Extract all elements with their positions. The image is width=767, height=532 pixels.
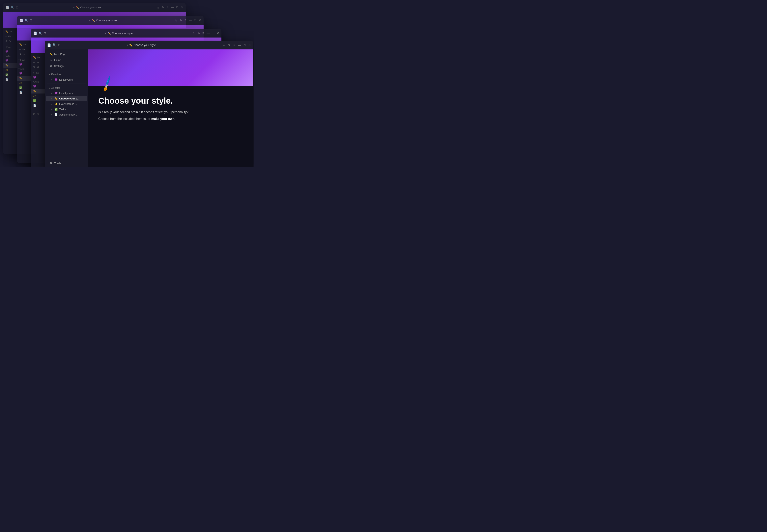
title-chevron-3: ▾ (105, 32, 106, 35)
search-icon-4[interactable]: 🔍 (53, 43, 56, 47)
favorites-section[interactable]: ▾ Favorites (46, 72, 87, 77)
sidebar-new-page[interactable]: ✏️ New Page (46, 51, 87, 57)
edit-icon-4[interactable]: ✎ (228, 43, 230, 47)
maximize-1[interactable]: □ (176, 6, 178, 9)
sidebar-new-page-label: New Page (54, 53, 66, 56)
fav-item-label: It's all yours. (59, 78, 73, 81)
titlebar-3: 📄 🔍 ⊡ ▾ ✏️ Choose your style. ☆ ✎ ≡ — □ … (31, 29, 221, 38)
sidebar-home-1[interactable]: ⌂Ho (3, 34, 19, 39)
note-title-0: It's all yours. (59, 92, 73, 95)
note-chevron-4: ▸ (51, 114, 52, 116)
title-emoji-4: ✏️ (129, 43, 132, 47)
sidebar-home-label: Home (54, 59, 61, 62)
star-icon-3[interactable]: ☆ (192, 31, 195, 35)
title-chevron-1: ▾ (73, 6, 75, 9)
sidebar-toggle-2[interactable]: ⊡ (30, 19, 32, 22)
close-2[interactable]: ✕ (199, 18, 201, 22)
favorites-chevron: ▾ (49, 73, 50, 76)
edit-icon-3[interactable]: ✎ (197, 31, 200, 35)
note-1-1[interactable]: 💜 (3, 58, 19, 63)
fav-emoji: 💜 (54, 78, 58, 81)
main-subtitle-1: Is it really your second brain if it doe… (98, 110, 243, 115)
note-chevron-2: ▸ (51, 103, 52, 105)
favorite-item-1[interactable]: ▸ 💜 It's all yours. (46, 77, 87, 82)
subtitle-2-plain: Choose from the included themes, or (98, 117, 151, 120)
window-title-4: Choose your style. (134, 43, 157, 47)
sidebar-home[interactable]: ⌂ Home (46, 57, 87, 63)
window-title-3: Choose your style. (112, 32, 133, 35)
favorites-label: Favorites (51, 73, 61, 76)
search-icon-2[interactable]: 🔍 (25, 19, 28, 22)
menu-icon-1[interactable]: ≡ (167, 6, 168, 9)
note-item-4[interactable]: ▸ 📄 Assignment #... (46, 112, 87, 117)
fav-chevron: ▸ (51, 79, 52, 81)
main-content: 🖌️ Choose your style. Is it really your … (88, 49, 253, 167)
note-3-1[interactable]: ✨ (3, 68, 19, 72)
sidebar-4: ✏️ New Page ⌂ Home ⚙ Settings ▾ Favorite… (45, 49, 88, 167)
menu-icon-3[interactable]: ≡ (202, 31, 204, 35)
sidebar-toggle-1[interactable]: ⊡ (16, 6, 18, 9)
search-icon-1[interactable]: 🔍 (11, 6, 14, 9)
note-item-0[interactable]: ▸ 💜 It's all yours. (46, 91, 87, 96)
close-1[interactable]: ✕ (181, 6, 183, 9)
sidebar-toggle-4[interactable]: ⊡ (58, 43, 61, 47)
title-emoji-2: ✏️ (92, 19, 95, 22)
app-icon-2: 📄 (19, 18, 23, 22)
star-icon-1[interactable]: ☆ (156, 6, 159, 9)
minimize-3[interactable]: — (206, 31, 210, 35)
title-chevron-4: ▾ (127, 44, 128, 46)
divider-3 (47, 159, 86, 159)
window-4[interactable]: 📄 🔍 ⊡ ▾ ✏️ Choose your style. ☆ ✎ ≡ — □ … (45, 41, 253, 167)
star-icon-2[interactable]: ☆ (174, 18, 177, 22)
note-title-3: Tasks (59, 108, 66, 111)
window-title-1: Choose your style. (80, 6, 102, 9)
note-title-1: Choose your s... (59, 97, 79, 100)
note-title-4: Assignment #... (59, 113, 77, 116)
note-item-1[interactable]: ▸ ✏️ Choose your s... (46, 96, 87, 101)
note-item-2[interactable]: ▸ ✨ Every note is ... (46, 101, 87, 106)
title-emoji-1: ✏️ (76, 6, 79, 9)
sidebar-trash-label: Trash (54, 162, 61, 165)
content-body: Choose your style. Is it really your sec… (88, 86, 253, 129)
note-2-1[interactable]: ✏️ (3, 63, 19, 68)
menu-icon-2[interactable]: ≡ (184, 18, 186, 22)
titlebar-1: 📄 🔍 ⊡ ▾ ✏️ Choose your style. ☆ ✎ ≡ — □ … (3, 3, 186, 12)
note-4-1[interactable]: ✅ (3, 72, 19, 77)
close-3[interactable]: ✕ (216, 31, 219, 35)
note-emoji-1: ✏️ (54, 97, 58, 100)
minimize-2[interactable]: — (189, 18, 192, 22)
all-notes-chevron: ▾ (49, 87, 50, 89)
edit-icon-2[interactable]: ✎ (179, 18, 182, 22)
note-chevron-0: ▸ (51, 92, 52, 94)
sidebar-toggle-3[interactable]: ⊡ (44, 32, 46, 35)
sidebar-settings[interactable]: ⚙ Settings (46, 63, 87, 69)
titlebar-2: 📄 🔍 ⊡ ▾ ✏️ Choose your style. ☆ ✎ ≡ — □ … (17, 16, 203, 25)
maximize-2[interactable]: □ (194, 18, 196, 22)
all-notes-section[interactable]: ▾ All notes (46, 86, 87, 90)
maximize-4[interactable]: □ (244, 43, 245, 47)
sidebar-new-1[interactable]: ✏️Ne (3, 29, 19, 34)
sidebar-settings-label: Settings (54, 65, 64, 67)
all-notes-label: All notes (51, 87, 60, 89)
search-icon-3[interactable]: 🔍 (39, 32, 42, 35)
app-icon-3: 📄 (33, 31, 37, 35)
edit-icon-1[interactable]: ✎ (162, 6, 164, 9)
note-5-1[interactable]: 📄 (3, 77, 19, 82)
divider-1 (47, 70, 86, 70)
content-banner: 🖌️ (88, 49, 253, 86)
minimize-4[interactable]: — (238, 43, 241, 47)
home-icon: ⌂ (49, 58, 53, 62)
maximize-3[interactable]: □ (212, 31, 214, 35)
menu-icon-4[interactable]: ≡ (233, 43, 235, 47)
window-title-2: Choose your style. (96, 19, 118, 22)
app-icon-4: 📄 (47, 43, 51, 47)
titlebar-4: 📄 🔍 ⊡ ▾ ✏️ Choose your style. ☆ ✎ ≡ — □ … (45, 41, 253, 49)
trash-icon: 🗑 (49, 162, 53, 165)
minimize-1[interactable]: — (171, 6, 174, 9)
note-item-3[interactable]: ▸ ✅ Tasks (46, 107, 87, 112)
sidebar-settings-1[interactable]: ⚙Se (3, 39, 19, 43)
fav-item-1[interactable]: 💜 (3, 49, 19, 54)
close-4[interactable]: ✕ (248, 43, 251, 47)
sidebar-trash[interactable]: 🗑 Trash (46, 160, 87, 166)
star-icon-4[interactable]: ☆ (223, 43, 225, 47)
